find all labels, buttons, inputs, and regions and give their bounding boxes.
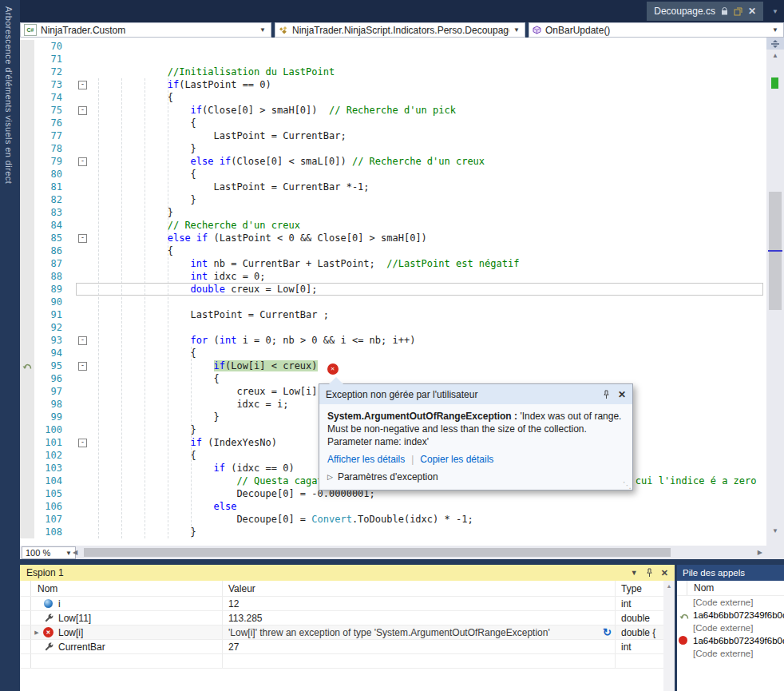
breakpoint-margin[interactable] [20, 193, 34, 206]
breakpoint-margin[interactable] [20, 270, 34, 283]
close-tab-icon[interactable]: ✕ [748, 6, 756, 16]
breakpoint-margin[interactable] [20, 168, 34, 181]
copy-details-link[interactable]: Copier les détails [420, 454, 493, 465]
breakpoint-margin[interactable] [20, 462, 34, 475]
watch-column-type[interactable]: Type [616, 583, 663, 594]
watch-column-name[interactable]: Nom [31, 581, 223, 596]
scroll-down-icon[interactable]: ▼ [766, 527, 784, 534]
type-dropdown[interactable]: NinjaTrader.NinjaScript.Indicators.Perso… [275, 22, 525, 38]
breakpoint-margin[interactable] [20, 40, 34, 53]
code-line[interactable]: 79- else if(Close[0] < smaL[0]) // Reche… [20, 155, 766, 168]
breakpoint-margin[interactable] [20, 283, 34, 296]
code-line[interactable]: 73- if(LastPoint == 0) [20, 78, 766, 91]
document-tab[interactable]: Decoupage.cs ✕ [647, 2, 763, 21]
code-line[interactable]: 76 { [20, 117, 766, 129]
view-details-link[interactable]: Afficher les détails [327, 454, 405, 465]
breakpoint-margin[interactable] [20, 219, 34, 232]
scroll-up-icon[interactable]: ▲ [766, 52, 784, 59]
pin-icon[interactable] [603, 390, 610, 399]
breakpoint-margin[interactable] [20, 155, 34, 168]
code-line[interactable]: 92 [20, 321, 766, 334]
pin-icon[interactable] [646, 568, 653, 578]
code-line[interactable]: 91 LastPoint = CurrentBar ; [20, 308, 766, 321]
code-line[interactable]: 85- else if (LastPoint < 0 && Close[0] >… [20, 232, 766, 244]
code-line[interactable]: 77 LastPoint = CurrentBar; [20, 129, 766, 142]
breakpoint-margin[interactable] [20, 436, 34, 449]
fold-toggle-icon[interactable]: - [78, 81, 87, 89]
code-line[interactable]: 86 { [20, 244, 766, 257]
member-dropdown[interactable]: OnBarUpdate() ▼ [529, 22, 784, 38]
breakpoint-margin[interactable] [20, 359, 34, 372]
breakpoint-margin[interactable] [20, 53, 34, 66]
expander-icon[interactable]: ▶ [31, 629, 42, 636]
callstack-row[interactable]: [Code externe] [677, 647, 784, 660]
breakpoint-margin[interactable] [20, 117, 34, 129]
watch-row[interactable]: i12int [20, 597, 663, 611]
breakpoint-margin[interactable] [20, 475, 34, 487]
breakpoint-margin[interactable] [20, 411, 34, 423]
breakpoint-margin[interactable] [20, 91, 34, 104]
breakpoint-margin[interactable] [20, 181, 34, 193]
code-line[interactable]: 80 { [20, 168, 766, 181]
close-icon[interactable]: ✕ [661, 568, 668, 578]
breakpoint-margin[interactable] [20, 232, 34, 244]
refresh-icon[interactable]: ↻ [603, 626, 615, 638]
callstack-row[interactable]: 1a64b6bb072349f6b0de [677, 634, 784, 647]
breakpoint-margin[interactable] [20, 513, 34, 526]
project-dropdown[interactable]: C# NinjaTrader.Custom ▼ [20, 22, 271, 38]
watch-panel-titlebar[interactable]: Espion 1 ▼ ✕ [20, 565, 675, 581]
window-menu-chevron-icon[interactable]: ▼ [631, 569, 638, 577]
scroll-left-icon[interactable]: ◀ [73, 549, 77, 556]
code-line[interactable]: 78 } [20, 142, 766, 155]
breakpoint-margin[interactable] [20, 78, 34, 91]
code-line[interactable]: 90 [20, 296, 766, 308]
fold-toggle-icon[interactable]: - [78, 157, 87, 166]
callstack-row[interactable]: 1a64b6bb072349f6b0de [677, 609, 784, 622]
code-line[interactable]: 94 { [20, 347, 766, 359]
breakpoint-margin[interactable] [20, 257, 34, 270]
breakpoint-margin[interactable] [20, 334, 34, 347]
breakpoint-margin[interactable] [20, 398, 34, 411]
watch-scrollbar[interactable]: ▲ [663, 581, 675, 691]
scroll-up-icon[interactable]: ▲ [663, 581, 675, 592]
code-line[interactable]: 89 double creux = Low[0]; [20, 283, 766, 296]
breakpoint-margin[interactable] [20, 66, 34, 78]
code-line[interactable]: 87 int nb = CurrentBar + LastPoint; //La… [20, 257, 766, 270]
callstack-row[interactable]: [Code externe] [677, 596, 784, 609]
editor-zoom-dropdown[interactable]: 100 % ▼ [22, 546, 76, 559]
watch-row[interactable]: CurrentBar27int [20, 640, 663, 654]
breakpoint-margin[interactable] [20, 526, 34, 538]
fold-toggle-icon[interactable]: - [78, 439, 87, 447]
breakpoint-margin[interactable] [20, 321, 34, 334]
callstack-panel-titlebar[interactable]: Pile des appels [677, 565, 784, 581]
breakpoint-margin[interactable] [20, 487, 34, 500]
exception-settings-expander[interactable]: ▷ Paramètres d'exception [319, 465, 632, 483]
editor-splitter-handle[interactable] [766, 38, 784, 50]
breakpoint-margin[interactable] [20, 206, 34, 219]
callstack-column-name[interactable]: Nom [687, 582, 714, 594]
code-line[interactable]: 71 [20, 53, 766, 66]
vertical-scrollbar[interactable]: ▲ ▼ [766, 38, 784, 546]
breakpoint-margin[interactable] [20, 385, 34, 398]
breakpoint-margin[interactable] [20, 104, 34, 117]
fold-toggle-icon[interactable]: - [78, 336, 87, 345]
close-icon[interactable]: ✕ [618, 389, 626, 400]
breakpoint-margin[interactable] [20, 347, 34, 359]
tab-list-chevron-icon[interactable]: ▼ [772, 8, 778, 15]
code-line[interactable]: 84 // Recherche d'un creux [20, 219, 766, 232]
fold-toggle-icon[interactable]: - [78, 362, 87, 371]
watch-row[interactable]: ▶✕Low[i]'Low[i]' threw an exception of t… [20, 625, 663, 640]
horizontal-scroll-thumb[interactable] [84, 548, 671, 557]
code-line[interactable]: 106 else [20, 500, 766, 513]
code-line[interactable]: 83 } [20, 206, 766, 219]
breakpoint-margin[interactable] [20, 449, 34, 462]
code-line[interactable]: 70 [20, 40, 766, 53]
watch-column-value[interactable]: Valeur [223, 581, 616, 596]
code-line[interactable]: 72 //Initialisation du LastPoint [20, 66, 766, 78]
code-line[interactable]: 93- for (int i = 0; nb > 0 && i <= nb; i… [20, 334, 766, 347]
code-line[interactable]: 75- if(Close[0] > smaH[0]) // Recherche … [20, 104, 766, 117]
code-line[interactable]: 88 int idxc = 0; [20, 270, 766, 283]
fold-toggle-icon[interactable]: - [78, 234, 87, 243]
code-line[interactable]: 107 Decoupe[0] = Convert.ToDouble(idxc) … [20, 513, 766, 526]
breakpoint-margin[interactable] [20, 423, 34, 436]
